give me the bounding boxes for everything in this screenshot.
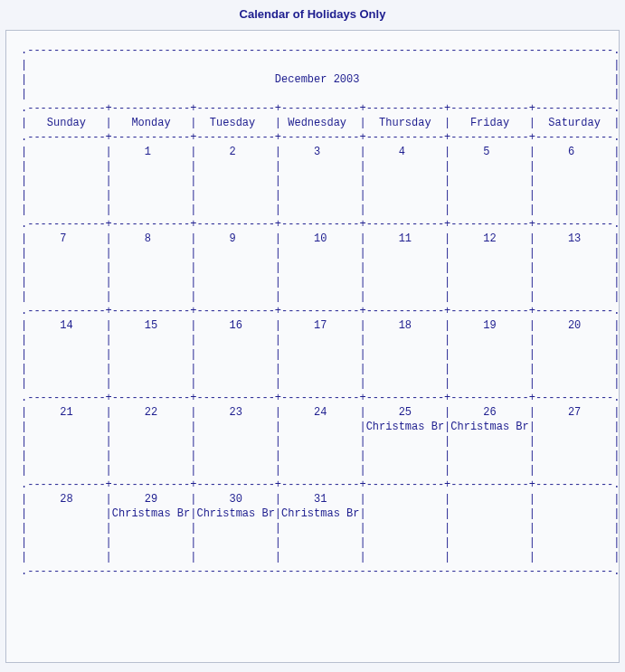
page-title: Calendar of Holidays Only <box>0 0 625 30</box>
calendar-ascii: .---------------------------------------… <box>21 43 604 579</box>
calendar-panel: .---------------------------------------… <box>5 30 620 663</box>
